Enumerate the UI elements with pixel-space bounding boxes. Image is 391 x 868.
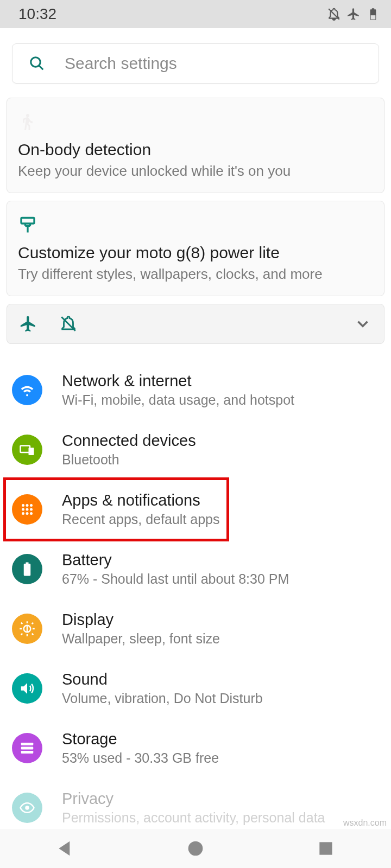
item-title: Network & internet xyxy=(62,372,294,390)
sound-icon xyxy=(12,673,42,704)
item-title: Sound xyxy=(62,671,263,688)
item-sound[interactable]: Sound Volume, vibration, Do Not Disturb xyxy=(0,659,391,718)
svg-rect-26 xyxy=(21,743,34,745)
svg-rect-4 xyxy=(21,218,34,224)
card-title: On-body detection xyxy=(18,141,373,159)
item-sub: 67% - Should last until about 8:30 PM xyxy=(62,571,289,587)
item-sub: 53% used - 30.33 GB free xyxy=(62,750,219,766)
item-sub: Volume, vibration, Do Not Disturb xyxy=(62,691,263,706)
dnd-off-icon xyxy=(59,315,78,333)
card-title: Customize your moto g(8) power lite xyxy=(18,244,373,262)
wifi-icon xyxy=(12,375,42,405)
item-sub: Bluetooth xyxy=(62,452,196,468)
battery-icon xyxy=(12,554,42,584)
svg-point-10 xyxy=(30,504,33,507)
svg-point-1 xyxy=(31,58,41,67)
svg-rect-28 xyxy=(21,751,34,754)
suggestion-customize[interactable]: Customize your moto g(8) power lite Try … xyxy=(7,201,384,296)
svg-point-16 xyxy=(30,512,33,515)
display-icon xyxy=(12,614,42,644)
chevron-down-icon[interactable] xyxy=(354,315,372,333)
dnd-off-icon xyxy=(327,7,341,21)
storage-icon xyxy=(12,733,42,763)
svg-point-13 xyxy=(30,508,33,510)
battery-icon xyxy=(366,7,380,21)
suggestion-onbody[interactable]: On-body detection Keep your device unloc… xyxy=(7,98,384,193)
item-display[interactable]: Display Wallpaper, sleep, font size xyxy=(0,599,391,659)
item-storage[interactable]: Storage 53% used - 30.33 GB free xyxy=(0,718,391,778)
item-sub: Permissions, account activity, personal … xyxy=(62,810,325,826)
devices-icon xyxy=(12,435,42,465)
svg-point-8 xyxy=(22,504,24,507)
svg-point-14 xyxy=(22,512,24,515)
item-title: Battery xyxy=(62,551,289,569)
item-title: Storage xyxy=(62,730,219,748)
airplane-icon xyxy=(346,7,361,21)
status-icons xyxy=(327,7,380,21)
item-sub: Recent apps, default apps xyxy=(62,512,219,527)
quick-toggle-strip[interactable] xyxy=(7,304,384,344)
walk-icon xyxy=(18,112,37,132)
svg-rect-7 xyxy=(29,448,34,455)
item-connected-devices[interactable]: Connected devices Bluetooth xyxy=(0,420,391,480)
svg-point-12 xyxy=(26,508,29,510)
svg-point-11 xyxy=(22,508,24,510)
svg-point-15 xyxy=(26,512,29,515)
item-apps-notifications[interactable]: Apps & notifications Recent apps, defaul… xyxy=(0,480,391,539)
card-sub: Keep your device unlocked while it's on … xyxy=(18,162,373,181)
search-input[interactable] xyxy=(65,54,379,73)
svg-rect-6 xyxy=(21,445,30,452)
item-title: Privacy xyxy=(62,790,325,808)
svg-point-9 xyxy=(26,504,29,507)
nav-back-button[interactable] xyxy=(54,838,76,859)
paint-icon xyxy=(18,215,37,235)
navigation-bar xyxy=(0,829,391,868)
watermark: wsxdn.com xyxy=(343,818,387,828)
svg-rect-31 xyxy=(319,842,332,854)
item-sub: Wi-Fi, mobile, data usage, and hotspot xyxy=(62,392,294,408)
svg-point-29 xyxy=(25,806,29,810)
item-sub: Wallpaper, sleep, font size xyxy=(62,631,220,647)
item-title: Display xyxy=(62,611,220,629)
privacy-icon xyxy=(12,793,42,823)
item-title: Connected devices xyxy=(62,432,196,450)
settings-list: Network & internet Wi-Fi, mobile, data u… xyxy=(0,360,391,838)
svg-point-30 xyxy=(188,841,203,856)
svg-line-2 xyxy=(39,66,43,70)
item-network[interactable]: Network & internet Wi-Fi, mobile, data u… xyxy=(0,360,391,420)
svg-line-25 xyxy=(32,633,34,635)
airplane-icon xyxy=(19,315,37,333)
apps-icon xyxy=(12,494,42,525)
item-title: Apps & notifications xyxy=(62,492,219,509)
search-icon xyxy=(29,55,45,72)
nav-home-button[interactable] xyxy=(185,838,206,859)
card-sub: Try different styles, wallpapers, clocks… xyxy=(18,265,373,284)
svg-line-22 xyxy=(21,622,23,624)
svg-line-23 xyxy=(32,622,34,624)
svg-line-24 xyxy=(21,633,23,635)
search-bar[interactable] xyxy=(12,43,379,84)
status-time: 10:32 xyxy=(18,5,56,23)
item-battery[interactable]: Battery 67% - Should last until about 8:… xyxy=(0,539,391,599)
status-bar: 10:32 xyxy=(0,0,391,28)
svg-point-3 xyxy=(26,114,29,117)
svg-rect-0 xyxy=(371,15,376,20)
svg-rect-27 xyxy=(21,746,34,749)
nav-recent-button[interactable] xyxy=(315,838,337,859)
